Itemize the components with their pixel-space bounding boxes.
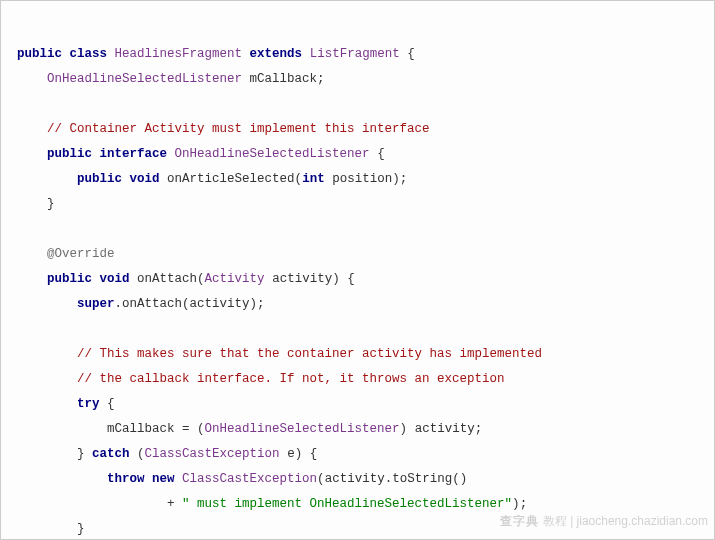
lp: ( [295,172,303,186]
kw-throw: throw [107,472,145,486]
class-headlines: HeadlinesFragment [115,47,243,61]
rp: ) [392,172,400,186]
kw-void: void [130,172,160,186]
iface-name: OnHeadlineSelectedListener [175,147,370,161]
kw-int: int [302,172,325,186]
rp: ) [295,447,303,461]
brace: } [77,522,85,536]
kw-public: public [47,147,92,161]
rp: ) [512,497,520,511]
id-position: position [332,172,392,186]
kw-void: void [100,272,130,286]
brace: { [347,272,355,286]
comment-callback: // the callback interface. If not, it th… [77,372,505,386]
id-mcallback: mCallback [250,72,318,86]
id-activity: activity [190,297,250,311]
watermark-brand: 查字典 [500,514,539,528]
fn-onattach: onAttach [137,272,197,286]
kw-public: public [77,172,122,186]
rp: ) [332,272,340,286]
kw-public: public [47,272,92,286]
brace: } [77,447,85,461]
brace: { [310,447,318,461]
kw-new: new [152,472,175,486]
kw-try: try [77,397,100,411]
semi: ; [317,72,325,86]
kw-extends: extends [250,47,303,61]
watermark-rest: 教程 | jiaocheng.chazidian.com [543,514,708,528]
semi: ; [257,297,265,311]
kw-catch: catch [92,447,130,461]
brace: { [107,397,115,411]
brace: { [407,47,415,61]
rp: ) [400,422,408,436]
semi: ; [520,497,528,511]
rp: ) [460,472,468,486]
rp: ) [250,297,258,311]
semi: ; [400,172,408,186]
plus: + [167,497,182,511]
brace: { [377,147,385,161]
id-mcallback: mCallback [107,422,175,436]
class-activity: Activity [205,272,265,286]
id-activity: activity [272,272,332,286]
lp: ( [197,272,205,286]
annotation-override: @Override [47,247,115,261]
lp: ( [452,472,460,486]
string-must-impl: " must implement OnHeadlineSelectedListe… [182,497,512,511]
fn-article: onArticleSelected [167,172,295,186]
kw-public: public [17,47,62,61]
brace: } [47,197,55,211]
lp: ( [182,297,190,311]
fn-onattach: onAttach [122,297,182,311]
id-activity: activity [325,472,385,486]
semi: ; [475,422,483,436]
lp: ( [317,472,325,486]
class-listfragment: ListFragment [310,47,400,61]
eq: = [175,422,198,436]
kw-interface: interface [100,147,168,161]
class-cce: ClassCastException [182,472,317,486]
lp: ( [137,447,145,461]
id-e: e [287,447,295,461]
comment-makes-sure: // This makes sure that the container ac… [77,347,542,361]
comment-container: // Container Activity must implement thi… [47,122,430,136]
lp: ( [197,422,205,436]
kw-super: super [77,297,115,311]
id-activity: activity [415,422,475,436]
class-cce: ClassCastException [145,447,280,461]
watermark: 查字典教程 | jiaocheng.chazidian.com [500,509,708,533]
code-block: public class HeadlinesFragment extends L… [0,0,715,540]
type-listener: OnHeadlineSelectedListener [47,72,242,86]
fn-tostring: toString [392,472,452,486]
cast-type: OnHeadlineSelectedListener [205,422,400,436]
kw-class: class [70,47,108,61]
